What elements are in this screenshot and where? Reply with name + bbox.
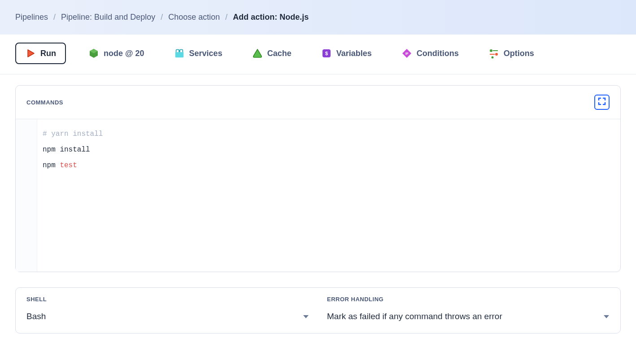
tab-conditions[interactable]: IF Conditions bbox=[394, 44, 466, 62]
code-area[interactable]: # yarn installnpm installnpm test bbox=[37, 119, 620, 272]
svg-point-7 bbox=[491, 56, 493, 59]
settings-panel: SHELL Bash ERROR HANDLING Mark as failed… bbox=[15, 287, 621, 334]
node-icon bbox=[88, 48, 99, 59]
commands-label: COMMANDS bbox=[26, 99, 63, 106]
breadcrumb-current: Add action: Node.js bbox=[233, 13, 309, 22]
breadcrumb-sep: / bbox=[225, 13, 227, 22]
tabs-row: Run node @ 20 Services Cache $ Variables… bbox=[0, 35, 636, 74]
breadcrumb-choose-action[interactable]: Choose action bbox=[168, 13, 220, 22]
breadcrumb-pipeline-build-deploy[interactable]: Pipeline: Build and Deploy bbox=[61, 13, 155, 22]
error-handling-setting: ERROR HANDLING Mark as failed if any com… bbox=[327, 296, 610, 321]
services-icon bbox=[174, 48, 185, 59]
tab-variables[interactable]: $ Variables bbox=[314, 44, 379, 62]
shell-label: SHELL bbox=[26, 296, 309, 303]
svg-point-5 bbox=[495, 53, 498, 56]
tab-run-label: Run bbox=[40, 49, 56, 58]
tab-services[interactable]: Services bbox=[167, 44, 230, 62]
conditions-icon: IF bbox=[401, 48, 412, 59]
svg-text:$: $ bbox=[325, 51, 328, 56]
error-handling-select[interactable]: Mark as failed if any command throws an … bbox=[327, 312, 610, 321]
expand-icon bbox=[598, 97, 606, 107]
shell-select[interactable]: Bash bbox=[26, 312, 309, 321]
play-icon bbox=[25, 48, 36, 59]
chevron-down-icon bbox=[603, 312, 610, 321]
tab-options[interactable]: Options bbox=[481, 44, 541, 62]
breadcrumb-sep: / bbox=[161, 13, 163, 22]
tab-run[interactable]: Run bbox=[15, 43, 66, 64]
expand-button[interactable] bbox=[594, 95, 610, 110]
shell-setting: SHELL Bash bbox=[26, 296, 309, 321]
tab-options-label: Options bbox=[504, 49, 534, 58]
error-handling-label: ERROR HANDLING bbox=[327, 296, 610, 303]
shell-value: Bash bbox=[26, 312, 46, 321]
tab-node[interactable]: node @ 20 bbox=[81, 44, 152, 62]
breadcrumb-sep: / bbox=[53, 13, 56, 22]
breadcrumb-bar: Pipelines / Pipeline: Build and Deploy /… bbox=[0, 0, 636, 35]
svg-text:IF: IF bbox=[405, 52, 408, 56]
chevron-down-icon bbox=[303, 312, 309, 321]
tab-node-label: node @ 20 bbox=[104, 49, 144, 58]
commands-panel: COMMANDS # yarn installnpm installnpm te… bbox=[15, 85, 621, 272]
tab-cache[interactable]: Cache bbox=[245, 44, 299, 62]
editor-gutter bbox=[16, 119, 37, 272]
tab-services-label: Services bbox=[189, 49, 222, 58]
commands-editor[interactable]: # yarn installnpm installnpm test bbox=[16, 119, 620, 272]
breadcrumb-pipelines[interactable]: Pipelines bbox=[15, 13, 48, 22]
svg-point-3 bbox=[490, 49, 492, 52]
options-icon bbox=[488, 48, 499, 59]
variables-icon: $ bbox=[321, 48, 332, 59]
cache-icon bbox=[252, 48, 263, 59]
tab-cache-label: Cache bbox=[267, 49, 292, 58]
tab-conditions-label: Conditions bbox=[417, 49, 459, 58]
breadcrumb: Pipelines / Pipeline: Build and Deploy /… bbox=[15, 13, 621, 22]
tab-variables-label: Variables bbox=[336, 49, 372, 58]
error-handling-value: Mark as failed if any command throws an … bbox=[327, 312, 502, 321]
